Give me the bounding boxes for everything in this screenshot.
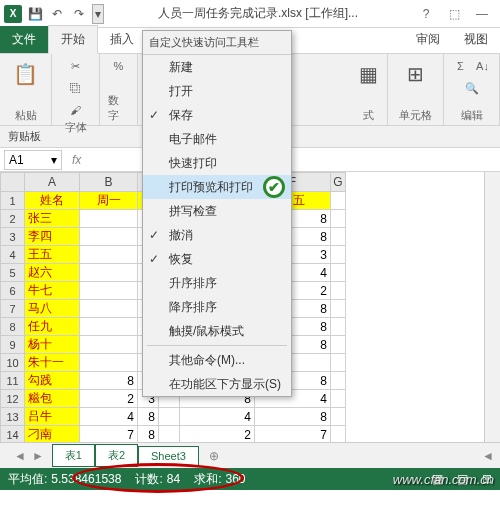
ribbon-options-icon[interactable]: ⬚ — [440, 4, 468, 24]
cell[interactable]: 2 — [180, 426, 255, 442]
cell[interactable] — [331, 264, 346, 282]
cell[interactable]: 糍包 — [25, 390, 80, 408]
new-sheet-icon[interactable]: ⊕ — [199, 449, 229, 463]
cell[interactable]: 周一 — [80, 192, 138, 210]
qat-customize-dropdown[interactable]: ▾ — [92, 4, 104, 24]
tab-review[interactable]: 审阅 — [404, 26, 452, 53]
menu-open[interactable]: 打开 — [143, 79, 291, 103]
tab-home[interactable]: 开始 — [48, 25, 98, 54]
cell[interactable] — [80, 228, 138, 246]
cell[interactable]: 马八 — [25, 300, 80, 318]
vertical-scrollbar[interactable] — [484, 172, 500, 442]
row-header[interactable]: 2 — [0, 210, 25, 228]
menu-sort-desc[interactable]: 降序排序 — [143, 295, 291, 319]
tab-view[interactable]: 视图 — [452, 26, 500, 53]
cell[interactable]: 李四 — [25, 228, 80, 246]
cell[interactable]: 王五 — [25, 246, 80, 264]
cell[interactable]: 8 — [138, 426, 159, 442]
tab-insert[interactable]: 插入 — [98, 26, 146, 53]
select-all-corner[interactable] — [0, 172, 25, 192]
menu-print-preview[interactable]: 打印预览和打印 ✔ — [143, 175, 291, 199]
cell[interactable]: 4 — [180, 408, 255, 426]
qat-undo-icon[interactable]: ↶ — [48, 5, 66, 23]
menu-more-commands[interactable]: 其他命令(M)... — [143, 348, 291, 372]
cell[interactable]: 勾践 — [25, 372, 80, 390]
cell[interactable] — [331, 300, 346, 318]
cell[interactable]: 姓名 — [25, 192, 80, 210]
name-box[interactable]: A1 ▾ — [4, 150, 62, 170]
cell[interactable]: 7 — [80, 426, 138, 442]
cell[interactable]: 7 — [255, 426, 331, 442]
cell[interactable]: 吕牛 — [25, 408, 80, 426]
cell[interactable]: 张三 — [25, 210, 80, 228]
paste-icon[interactable]: 📋 — [10, 58, 42, 90]
cell[interactable]: 牛七 — [25, 282, 80, 300]
cell[interactable] — [331, 228, 346, 246]
cell[interactable] — [331, 318, 346, 336]
cell[interactable] — [80, 246, 138, 264]
fx-icon[interactable]: fx — [66, 153, 87, 167]
sort-icon[interactable]: A↓ — [475, 58, 491, 74]
cell[interactable] — [331, 390, 346, 408]
autosum-icon[interactable]: Σ — [453, 58, 469, 74]
row-header[interactable]: 3 — [0, 228, 25, 246]
menu-undo[interactable]: ✓撤消 — [143, 223, 291, 247]
row-header[interactable]: 8 — [0, 318, 25, 336]
cell[interactable]: 杨十 — [25, 336, 80, 354]
menu-spellcheck[interactable]: 拼写检查 — [143, 199, 291, 223]
cell[interactable] — [331, 246, 346, 264]
cell[interactable] — [331, 354, 346, 372]
cell[interactable]: 8 — [255, 408, 331, 426]
row-header[interactable]: 12 — [0, 390, 25, 408]
cell[interactable] — [331, 336, 346, 354]
percent-icon[interactable]: % — [111, 58, 127, 74]
format-painter-icon[interactable]: 🖌 — [68, 102, 84, 118]
cell[interactable] — [159, 408, 180, 426]
cell[interactable] — [80, 300, 138, 318]
row-header[interactable]: 6 — [0, 282, 25, 300]
copy-icon[interactable]: ⿻ — [68, 80, 84, 96]
cell[interactable] — [159, 426, 180, 442]
cell[interactable] — [80, 264, 138, 282]
find-icon[interactable]: 🔍 — [464, 80, 480, 96]
name-box-dropdown-icon[interactable]: ▾ — [51, 153, 57, 167]
cell[interactable] — [80, 210, 138, 228]
menu-show-below[interactable]: 在功能区下方显示(S) — [143, 372, 291, 396]
menu-sort-asc[interactable]: 升序排序 — [143, 271, 291, 295]
cell[interactable]: 4 — [80, 408, 138, 426]
menu-save[interactable]: ✓保存 — [143, 103, 291, 127]
qat-save-icon[interactable]: 💾 — [26, 5, 44, 23]
col-header-G[interactable]: G — [331, 172, 346, 192]
menu-touch-mode[interactable]: 触摸/鼠标模式 — [143, 319, 291, 343]
menu-new[interactable]: 新建 — [143, 55, 291, 79]
row-header[interactable]: 5 — [0, 264, 25, 282]
sheet-nav-prev-icon[interactable]: ◄ — [14, 449, 26, 463]
col-header-B[interactable]: B — [80, 172, 138, 192]
menu-redo[interactable]: ✓恢复 — [143, 247, 291, 271]
cell[interactable] — [331, 192, 346, 210]
cell[interactable]: 8 — [80, 372, 138, 390]
row-header[interactable]: 14 — [0, 426, 25, 442]
cell[interactable] — [80, 318, 138, 336]
cells-icon[interactable]: ⊞ — [400, 58, 432, 90]
cell[interactable] — [80, 354, 138, 372]
help-icon[interactable]: ? — [412, 4, 440, 24]
cell[interactable]: 2 — [80, 390, 138, 408]
cell[interactable]: 朱十一 — [25, 354, 80, 372]
row-header[interactable]: 4 — [0, 246, 25, 264]
cell[interactable]: 刁南 — [25, 426, 80, 442]
menu-email[interactable]: 电子邮件 — [143, 127, 291, 151]
cell[interactable] — [331, 426, 346, 442]
cell[interactable]: 8 — [138, 408, 159, 426]
row-header[interactable]: 11 — [0, 372, 25, 390]
cell[interactable]: 赵六 — [25, 264, 80, 282]
row-header[interactable]: 10 — [0, 354, 25, 372]
sheet-nav-next-icon[interactable]: ► — [32, 449, 44, 463]
sheet-tab-1[interactable]: 表1 — [52, 444, 95, 467]
menu-quickprint[interactable]: 快速打印 — [143, 151, 291, 175]
sheet-scroll-left-icon[interactable]: ◄ — [482, 449, 494, 463]
row-header[interactable]: 7 — [0, 300, 25, 318]
tab-file[interactable]: 文件 — [0, 26, 48, 53]
cell[interactable] — [331, 210, 346, 228]
minimize-icon[interactable]: — — [468, 4, 496, 24]
